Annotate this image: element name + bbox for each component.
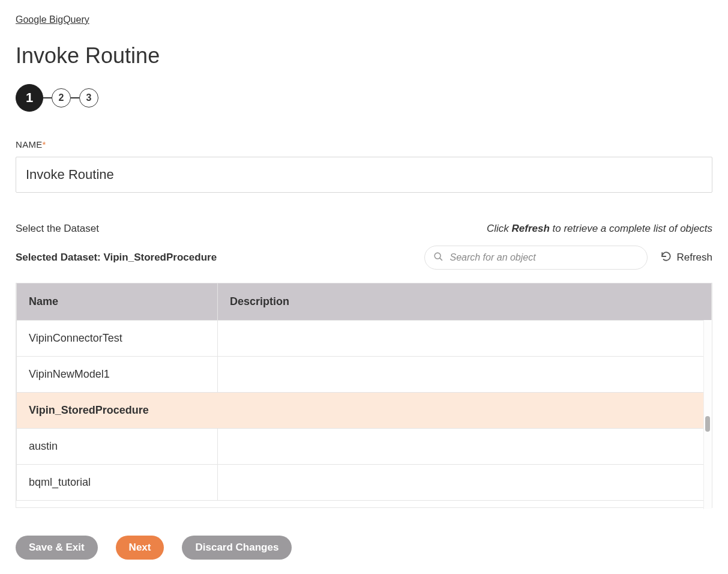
breadcrumb-google-bigquery[interactable]: Google BigQuery [16,14,712,25]
cell-description [218,357,712,393]
cell-name: Vipin_StoredProcedure [17,393,218,429]
select-dataset-label: Select the Dataset [16,223,99,235]
dataset-table: Name Description VipinConnectorTestVipin… [16,283,712,501]
cell-description [218,429,712,465]
column-header-description[interactable]: Description [218,283,712,321]
search-icon [433,252,444,264]
table-row[interactable]: austin [17,429,712,465]
footer-actions: Save & Exit Next Discard Changes [16,509,712,574]
table-row[interactable]: VipinConnectorTest [17,321,712,357]
refresh-button[interactable]: Refresh [661,251,712,265]
step-2[interactable]: 2 [52,88,71,107]
search-wrap [424,246,648,270]
step-connector [43,97,52,98]
refresh-icon [661,251,672,265]
name-field-label: NAME* [16,139,712,150]
step-connector [71,97,79,98]
step-3[interactable]: 3 [79,88,98,107]
table-row[interactable]: VipinNewModel1 [17,357,712,393]
scrollbar-thumb[interactable] [705,416,710,432]
cell-name: VipinConnectorTest [17,321,218,357]
table-row[interactable]: Vipin_StoredProcedure [17,393,712,429]
stepper: 1 2 3 [16,84,712,112]
svg-line-1 [440,258,442,260]
name-input[interactable] [16,157,712,193]
page-title: Invoke Routine [16,43,712,68]
cell-name: VipinNewModel1 [17,357,218,393]
step-1[interactable]: 1 [16,84,43,112]
search-input[interactable] [450,252,640,263]
refresh-hint: Click Refresh to retrieve a complete lis… [487,223,712,235]
discard-button[interactable]: Discard Changes [182,536,292,560]
save-exit-button[interactable]: Save & Exit [16,536,98,560]
column-header-name[interactable]: Name [17,283,218,321]
next-button[interactable]: Next [116,536,164,560]
scrollbar-track[interactable] [703,320,712,509]
cell-description [218,393,712,429]
table-row[interactable]: bqml_tutorial [17,465,712,501]
cell-name: austin [17,429,218,465]
cell-name: bqml_tutorial [17,465,218,501]
svg-point-0 [435,253,441,259]
selected-dataset-label: Selected Dataset: Vipin_StoredProcedure [16,252,412,264]
cell-description [218,465,712,501]
cell-description [218,321,712,357]
refresh-label: Refresh [676,252,712,264]
